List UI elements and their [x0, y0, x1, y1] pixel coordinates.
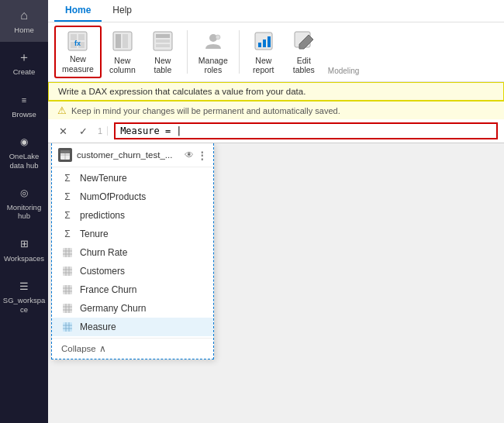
ribbon-divider-1 [187, 30, 188, 74]
browse-icon: ≡ [16, 92, 32, 108]
sidebar-onelake-label: OneLakedata hub [9, 152, 40, 170]
dropdown-item-customers[interactable]: Customers [52, 262, 213, 280]
new-measure-icon: fx [65, 30, 90, 52]
ribbon-button-group: fx Newmeasure Newcolumn [48, 22, 504, 81]
sidebar-item-create[interactable]: ＋ Create [0, 42, 48, 84]
item-label-customers: Customers [80, 266, 125, 277]
modeling-label: Modeling [325, 67, 363, 78]
new-column-button[interactable]: Newcolumn [103, 26, 142, 78]
sigma-icon-2: Σ [61, 191, 74, 202]
dropdown-header-actions: 👁 ⋮ [185, 150, 207, 161]
sidebar-item-home[interactable]: ⌂ Home [0, 0, 48, 42]
edit-tables-icon [292, 29, 316, 53]
grid-icon-5 [61, 322, 74, 332]
item-label-num-products: NumOfProducts [80, 191, 146, 202]
svg-text:fx: fx [74, 40, 81, 47]
sigma-icon-4: Σ [61, 229, 74, 239]
manage-roles-label: Manageroles [198, 56, 228, 75]
ribbon: Home Help fx Newmeasure [48, 0, 504, 82]
grid-icon-4 [61, 304, 74, 313]
svg-rect-11 [156, 40, 170, 43]
new-measure-button[interactable]: fx Newmeasure [54, 26, 102, 78]
dropdown-eye-icon[interactable]: 👁 [185, 150, 194, 161]
sidebar-home-label: Home [14, 26, 33, 34]
item-label-churn-rate: Churn Rate [80, 247, 127, 258]
collapse-chevron-icon: ∧ [99, 343, 106, 354]
home-icon: ⌂ [16, 8, 32, 23]
svg-point-14 [216, 35, 220, 40]
dropdown-item-france-churn[interactable]: France Churn [52, 280, 213, 299]
formula-line-number: 1 [98, 126, 108, 136]
sidebar-workspaces-label: Workspaces [4, 254, 44, 263]
tab-home[interactable]: Home [54, 0, 102, 22]
svg-rect-44 [63, 322, 72, 332]
sigma-icon: Σ [61, 173, 74, 184]
sidebar-monitoring-label: Monitoringhub [7, 203, 41, 221]
new-report-icon [251, 29, 276, 53]
edit-tables-label: Edittables [293, 56, 315, 75]
sidebar-sg-label: SG_workspace [3, 296, 45, 314]
new-table-label: Newtable [154, 56, 171, 75]
sidebar-item-monitoring[interactable]: ◎ Monitoringhub [0, 177, 48, 229]
new-report-button[interactable]: Newreport [244, 26, 283, 78]
svg-rect-10 [156, 34, 170, 38]
item-label-predictions: predictions [80, 210, 125, 221]
main-content: Home Help fx Newmeasure [48, 0, 504, 423]
sg-workspace-icon: ☰ [16, 278, 32, 294]
collapse-label: Collapse [61, 344, 96, 353]
sidebar-item-browse[interactable]: ≡ Browse [0, 84, 48, 126]
svg-rect-18 [268, 36, 271, 47]
ribbon-tabs: Home Help [48, 0, 504, 22]
svg-rect-34 [63, 285, 72, 294]
new-report-label: Newreport [253, 56, 274, 75]
dropdown-panel: customer_churn_test_... 👁 ⋮ Σ NewTenure … [51, 143, 214, 359]
formula-accept-button[interactable]: ✓ [74, 122, 91, 139]
edit-tables-button[interactable]: Edittables [285, 26, 323, 78]
ribbon-divider-2 [239, 30, 240, 74]
sidebar: ⌂ Home ＋ Create ≡ Browse ◉ OneLakedata h… [0, 0, 48, 423]
item-label-new-tenure: NewTenure [80, 173, 127, 184]
tooltip-bar: Write a DAX expression that calculates a… [48, 82, 504, 101]
dropdown-more-icon[interactable]: ⋮ [197, 150, 207, 161]
dropdown-item-predictions[interactable]: Σ predictions [52, 206, 213, 225]
dropdown-item-new-tenure[interactable]: Σ NewTenure [52, 169, 213, 187]
item-label-france-churn: France Churn [80, 284, 136, 295]
grid-icon-1 [61, 248, 74, 257]
manage-roles-button[interactable]: Manageroles [192, 26, 234, 78]
dropdown-item-measure[interactable]: Measure [52, 318, 213, 336]
new-table-button[interactable]: Newtable [143, 26, 182, 78]
sidebar-browse-label: Browse [12, 110, 36, 119]
grid-icon-3 [61, 285, 74, 294]
dropdown-collapse-button[interactable]: Collapse ∧ [52, 338, 213, 359]
sidebar-item-sg-workspace[interactable]: ☰ SG_workspace [0, 270, 48, 322]
dropdown-item-germany-churn[interactable]: Germany Churn [52, 299, 213, 318]
dropdown-item-tenure[interactable]: Σ Tenure [52, 225, 213, 243]
grid-icon-2 [61, 267, 74, 276]
svg-rect-24 [63, 248, 72, 257]
new-column-icon [110, 29, 135, 53]
formula-input[interactable] [114, 122, 498, 139]
warning-text: Keep in mind your changes will be perman… [71, 106, 340, 115]
svg-rect-39 [63, 304, 72, 313]
dropdown-table-icon [58, 148, 72, 162]
dropdown-header: customer_churn_test_... 👁 ⋮ [52, 143, 213, 167]
monitoring-icon: ◎ [16, 185, 32, 201]
svg-rect-8 [123, 34, 128, 48]
new-column-label: Newcolumn [109, 56, 136, 75]
svg-rect-21 [60, 150, 70, 153]
dropdown-item-churn-rate[interactable]: Churn Rate [52, 243, 213, 262]
formula-cancel-button[interactable]: ✕ [54, 122, 71, 139]
tab-help[interactable]: Help [102, 0, 143, 22]
dropdown-item-num-products[interactable]: Σ NumOfProducts [52, 187, 213, 206]
sidebar-create-label: Create [13, 67, 36, 76]
tooltip-text: Write a DAX expression that calculates a… [58, 87, 306, 96]
workspaces-icon: ⊞ [16, 236, 32, 252]
sidebar-item-workspaces[interactable]: ⊞ Workspaces [0, 229, 48, 270]
new-table-icon [150, 29, 175, 53]
sidebar-item-onelake[interactable]: ◉ OneLakedata hub [0, 126, 48, 177]
svg-rect-7 [116, 34, 121, 48]
onelake-icon: ◉ [16, 134, 32, 150]
svg-rect-17 [263, 40, 266, 47]
svg-rect-29 [63, 267, 72, 276]
create-icon: ＋ [16, 50, 32, 65]
